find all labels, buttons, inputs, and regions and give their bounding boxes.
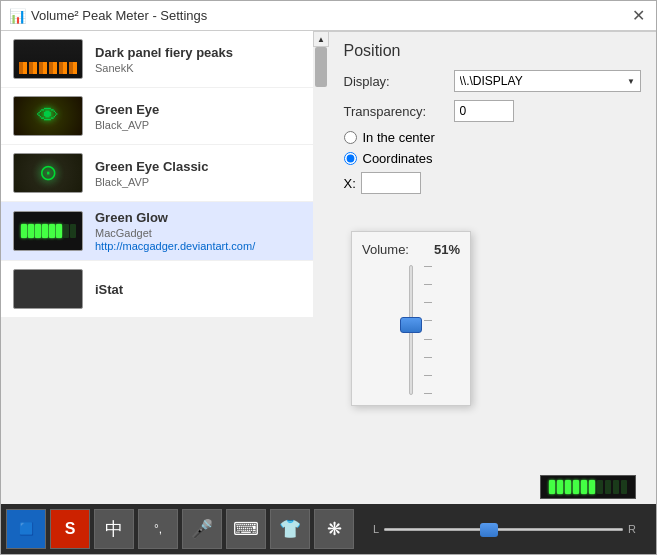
microphone-icon: 🎤 — [191, 518, 213, 540]
skin-info-dark-fiery: Dark panel fiery peaks SanekK — [95, 45, 233, 74]
skin-author-green-glow: MacGadget — [95, 227, 255, 239]
skin-preview-bar — [540, 475, 636, 499]
h-slider-thumb[interactable] — [480, 523, 498, 537]
volume-label: Volume: — [362, 242, 409, 257]
scroll-thumb[interactable] — [315, 47, 327, 87]
transparency-row: Transparency: — [344, 100, 642, 122]
skin-url-green-glow[interactable]: http://macgadger.deviantart.com/ — [95, 240, 255, 252]
bottom-slider-area: L R — [358, 514, 651, 544]
app-icon: 📊 — [9, 8, 25, 24]
tick-5 — [424, 339, 432, 340]
transparency-input[interactable] — [454, 100, 514, 122]
slider-label-r: R — [628, 523, 636, 535]
skin-thumb-istat — [13, 269, 83, 309]
volume-header: Volume: 51% — [362, 242, 460, 257]
skin-thumb-green-eye-classic — [13, 153, 83, 193]
tick-6 — [424, 357, 432, 358]
tick-4 — [424, 320, 432, 321]
skin-info-green-glow: Green Glow MacGadget http://macgadger.de… — [95, 210, 255, 252]
preview-led-2 — [557, 480, 563, 494]
skin-item-green-glow[interactable]: Green Glow MacGadget http://macgadger.de… — [1, 202, 313, 261]
preview-led-3 — [565, 480, 571, 494]
skin-info-istat: iStat — [95, 282, 123, 297]
skin-thumb-green-glow — [13, 211, 83, 251]
taskbar-item-mic[interactable]: 🎤 — [182, 509, 222, 549]
keyboard-icon: ⌨ — [233, 518, 259, 540]
preview-led-10 — [621, 480, 627, 494]
skin-item-dark-fiery[interactable]: Dark panel fiery peaks SanekK — [1, 31, 313, 88]
tick-8 — [424, 393, 432, 394]
volume-track[interactable] — [409, 265, 413, 395]
skin-name-green-eye-classic: Green Eye Classic — [95, 159, 208, 174]
taskbar-item-punc[interactable]: °, — [138, 509, 178, 549]
radio-coordinates[interactable] — [344, 152, 357, 165]
preview-led-7 — [597, 480, 603, 494]
skins-panel: Dark panel fiery peaks SanekK Green Eye … — [1, 31, 329, 554]
taskbar-item-2[interactable]: S — [50, 509, 90, 549]
taskbar-item-dots[interactable]: ❋ — [314, 509, 354, 549]
volume-ticks — [424, 266, 432, 394]
taskbar-item-1[interactable]: 🟦 — [6, 509, 46, 549]
skin-name-green-glow: Green Glow — [95, 210, 255, 225]
window-close-button[interactable]: ✕ — [628, 6, 648, 26]
taskbar-item-shirt[interactable]: 👕 — [270, 509, 310, 549]
tick-2 — [424, 284, 432, 285]
volume-popup: Volume: 51% — [351, 231, 471, 406]
radio-center-label: In the center — [363, 130, 435, 145]
taskbar-icon-zh: 中 — [105, 517, 123, 541]
main-content: Dark panel fiery peaks SanekK Green Eye … — [1, 31, 656, 554]
led-2 — [28, 224, 34, 238]
skin-name-green-eye: Green Eye — [95, 102, 159, 117]
skin-author-green-eye: Black_AVP — [95, 119, 159, 131]
skin-author-green-eye-classic: Black_AVP — [95, 176, 208, 188]
radio-center-row: In the center — [344, 130, 642, 145]
led-3 — [35, 224, 41, 238]
transparency-label: Transparency: — [344, 104, 454, 119]
led-1 — [21, 224, 27, 238]
volume-value: 51% — [434, 242, 460, 257]
taskbar-item-zh[interactable]: 中 — [94, 509, 134, 549]
skin-name-dark-fiery: Dark panel fiery peaks — [95, 45, 233, 60]
scroll-track — [313, 47, 329, 538]
preview-led-8 — [605, 480, 611, 494]
main-window: 📊 Volume² Peak Meter - Settings ✕ Dark p… — [0, 0, 657, 555]
display-select[interactable]: \\.\DISPLAY — [454, 70, 642, 92]
led-5 — [49, 224, 55, 238]
radio-center[interactable] — [344, 131, 357, 144]
skin-item-green-eye[interactable]: Green Eye Black_AVP — [1, 88, 313, 145]
skin-info-green-eye-classic: Green Eye Classic Black_AVP — [95, 159, 208, 188]
taskbar-icon-s: S — [65, 520, 76, 538]
h-slider-container[interactable] — [384, 519, 623, 539]
x-coord-row: X: — [344, 172, 642, 194]
tick-7 — [424, 375, 432, 376]
preview-led-4 — [573, 480, 579, 494]
position-section: Position Display: \\.\DISPLAY Transparen… — [329, 31, 657, 210]
skin-info-green-eye: Green Eye Black_AVP — [95, 102, 159, 131]
taskbar-item-kb[interactable]: ⌨ — [226, 509, 266, 549]
skin-item-istat[interactable]: iStat — [1, 261, 313, 318]
led-8 — [70, 224, 76, 238]
led-bar-thumb — [21, 224, 76, 238]
display-row: Display: \\.\DISPLAY — [344, 70, 642, 92]
shirt-icon: 👕 — [279, 518, 301, 540]
tick-1 — [424, 266, 432, 267]
volume-slider-container — [401, 265, 421, 395]
skins-list: Dark panel fiery peaks SanekK Green Eye … — [1, 31, 313, 554]
radio-coordinates-label: Coordinates — [363, 151, 433, 166]
preview-led-9 — [613, 480, 619, 494]
skin-thumb-green-eye — [13, 96, 83, 136]
x-label: X: — [344, 176, 356, 191]
h-slider-track — [384, 528, 623, 531]
slider-label-l: L — [373, 523, 379, 535]
volume-thumb[interactable] — [400, 317, 422, 333]
skin-item-green-eye-classic[interactable]: Green Eye Classic Black_AVP — [1, 145, 313, 202]
preview-led-1 — [549, 480, 555, 494]
led-7 — [63, 224, 69, 238]
led-6 — [56, 224, 62, 238]
dots-icon: ❋ — [327, 518, 342, 540]
x-input[interactable] — [361, 172, 421, 194]
scroll-up-button[interactable]: ▲ — [313, 31, 329, 47]
led-4 — [42, 224, 48, 238]
skin-author-dark-fiery: SanekK — [95, 62, 233, 74]
led-preview-group — [549, 480, 627, 494]
